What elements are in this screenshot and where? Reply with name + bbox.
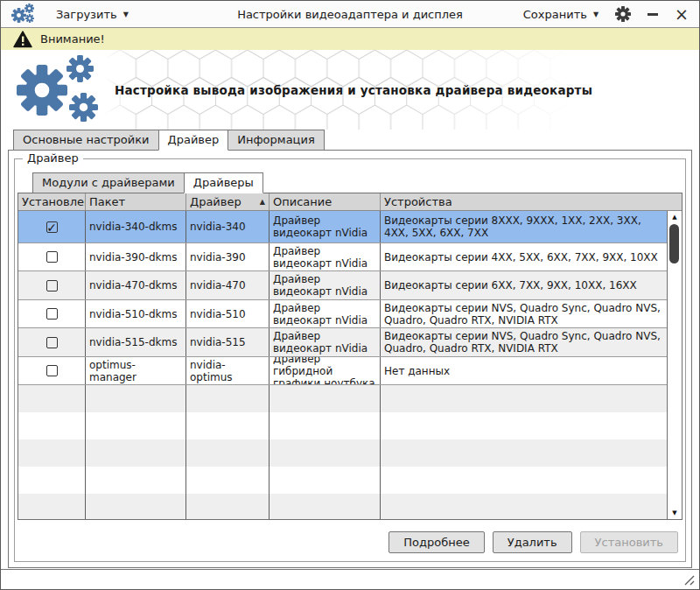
col-installed[interactable]: Установлен <box>18 193 86 210</box>
empty-row <box>18 494 667 519</box>
cell-package: nvidia-390-dkms <box>86 243 186 270</box>
cell-description: Драйвер видеокарт nVidia <box>270 243 381 270</box>
empty-cell <box>18 412 86 439</box>
table-row[interactable]: nvidia-510-dkms nvidia-510 Драйвер видео… <box>18 300 667 328</box>
table-rows: ✓ nvidia-340-dkms nvidia-340 Драйвер вид… <box>18 211 667 519</box>
cell-devices: Видеокарты серии NVS, Quadro Sync, Quadr… <box>381 328 667 356</box>
resize-grip[interactable] <box>682 573 696 586</box>
window-title: Настройки видеоадаптера и дисплея <box>237 8 463 21</box>
empty-cell <box>381 412 667 439</box>
row-checkbox[interactable] <box>46 337 58 348</box>
table-header: Установлен Пакет Драйвер ▲ Описание Устр… <box>18 193 682 211</box>
cell-installed <box>18 300 86 327</box>
empty-cell <box>270 385 381 412</box>
table-row[interactable]: ✓ nvidia-340-dkms nvidia-340 Драйвер вид… <box>18 211 667 243</box>
cell-description: Драйвер видеокарт nVidia <box>270 328 381 356</box>
empty-cell <box>270 439 381 467</box>
table-row[interactable]: nvidia-390-dkms nvidia-390 Драйвер видео… <box>18 243 667 271</box>
empty-cell <box>381 494 667 519</box>
cell-devices: Нет данных <box>381 357 667 384</box>
table-body: ✓ nvidia-340-dkms nvidia-340 Драйвер вид… <box>18 211 682 519</box>
col-driver-label: Драйвер <box>190 195 242 208</box>
empty-cell <box>86 385 186 412</box>
save-button-label: Сохранить <box>523 8 587 21</box>
vertical-scrollbar[interactable]: ▲ ▼ <box>667 211 682 519</box>
scroll-up-icon[interactable]: ▲ <box>668 211 682 223</box>
scrollbar-thumb[interactable] <box>669 224 679 263</box>
col-description[interactable]: Описание <box>270 193 381 210</box>
cell-package: optimus-manager <box>86 357 186 384</box>
empty-cell <box>270 412 381 439</box>
empty-cell <box>186 412 270 439</box>
chevron-down-icon: ▼ <box>593 11 598 18</box>
empty-cell <box>86 439 186 467</box>
empty-cell <box>186 439 270 467</box>
row-checkbox[interactable] <box>46 308 58 320</box>
main-tab-bar: Основные настройки Драйвер Информация <box>1 130 699 151</box>
load-button-label: Загрузить <box>56 8 117 21</box>
table-row[interactable]: nvidia-515-dkms nvidia-515 Драйвер видео… <box>18 328 667 357</box>
tab-basic-settings[interactable]: Основные настройки <box>13 130 159 151</box>
col-package[interactable]: Пакет <box>86 193 186 210</box>
cell-description: Драйвер видеокарт nVidia <box>270 271 381 299</box>
cell-installed <box>18 328 86 356</box>
remove-button[interactable]: Удалить <box>493 531 572 553</box>
cell-driver: nvidia-470 <box>186 271 270 299</box>
cell-description: Драйвер видеокарт nVidia <box>270 300 381 327</box>
details-button[interactable]: Подробнее <box>388 531 484 553</box>
cell-package: nvidia-340-dkms <box>86 211 186 242</box>
chevron-down-icon: ▼ <box>123 11 129 18</box>
cell-package: nvidia-510-dkms <box>86 300 186 327</box>
cell-package: nvidia-470-dkms <box>86 271 186 299</box>
app-gears-icon <box>11 4 35 25</box>
close-icon[interactable]: × <box>675 6 689 23</box>
cell-driver: nvidia-510 <box>186 300 270 327</box>
load-button[interactable]: Загрузить ▼ <box>56 8 129 21</box>
settings-gear-icon[interactable] <box>615 6 631 22</box>
empty-cell <box>18 439 86 467</box>
tab-drivers[interactable]: Драйверы <box>184 172 263 193</box>
warning-triangle-icon <box>13 31 32 48</box>
app-logo-gears-icon <box>17 55 109 125</box>
empty-cell <box>381 385 667 412</box>
empty-row <box>18 439 667 467</box>
empty-cell <box>270 494 381 519</box>
row-checkbox[interactable] <box>46 251 58 263</box>
warning-label: Внимание! <box>40 32 105 46</box>
page-title: Настройка вывода изображения и установка… <box>115 83 592 97</box>
titlebar-actions: Сохранить ▼ × <box>523 6 689 23</box>
table-row[interactable]: nvidia-470-dkms nvidia-470 Драйвер видео… <box>18 271 667 300</box>
cell-installed <box>18 357 86 384</box>
empty-row <box>18 467 667 494</box>
empty-cell <box>18 385 86 412</box>
empty-row <box>18 412 667 439</box>
titlebar: Загрузить ▼ Настройки видеоадаптера и ди… <box>1 1 699 28</box>
row-checkbox[interactable] <box>46 280 58 291</box>
cell-package: nvidia-515-dkms <box>86 328 186 356</box>
col-driver[interactable]: Драйвер ▲ <box>186 193 270 210</box>
action-buttons: Подробнее Удалить Установить <box>18 531 682 553</box>
scroll-down-icon[interactable]: ▼ <box>668 507 682 519</box>
cell-description: Драйвер гибридной графики ноутбука <box>270 357 381 384</box>
tab-information[interactable]: Информация <box>228 130 324 151</box>
driver-tab-panel: Драйвер Модули с драйверами Драйверы Уст… <box>8 150 692 568</box>
driver-groupbox: Драйвер Модули с драйверами Драйверы Уст… <box>14 158 686 562</box>
save-button[interactable]: Сохранить ▼ <box>523 8 598 21</box>
cell-driver: nvidia-340 <box>186 211 270 242</box>
cell-devices: Видеокарты серии 4XX, 5XX, 6XX, 7XX, 9XX… <box>381 243 667 270</box>
empty-cell <box>86 412 186 439</box>
row-checkbox[interactable]: ✓ <box>46 221 58 233</box>
minimize-icon[interactable] <box>648 13 658 16</box>
cell-driver: nvidia-optimus <box>186 357 270 384</box>
row-checkbox[interactable] <box>46 365 58 376</box>
table-row[interactable]: optimus-manager nvidia-optimus Драйвер г… <box>18 357 667 385</box>
cell-devices: Видеокарты серии NVS, Quadro Sync, Quadr… <box>381 300 667 327</box>
cell-driver: nvidia-390 <box>186 243 270 270</box>
tab-driver-modules[interactable]: Модули с драйверами <box>32 172 185 193</box>
empty-cell <box>270 467 381 494</box>
col-devices[interactable]: Устройства <box>381 193 682 210</box>
install-button[interactable]: Установить <box>580 531 678 553</box>
empty-cell <box>186 494 270 519</box>
app-header: Настройка вывода изображения и установка… <box>1 50 699 130</box>
tab-driver[interactable]: Драйвер <box>158 130 229 151</box>
